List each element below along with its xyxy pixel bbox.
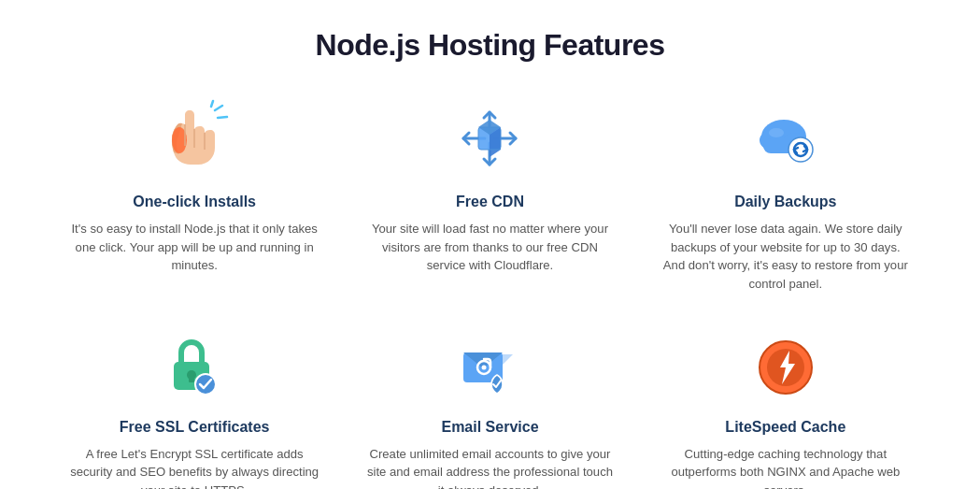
- speed-icon: [744, 322, 828, 406]
- free-cdn-title: Free CDN: [456, 194, 524, 210]
- lock-icon: [152, 322, 236, 406]
- feature-card-email-service: Email Service Create unlimited email acc…: [351, 322, 628, 489]
- feature-card-one-click-installs: One-click Installs It's so easy to insta…: [56, 96, 333, 294]
- features-grid: One-click Installs It's so easy to insta…: [56, 96, 924, 489]
- cloud-icon: [744, 96, 828, 180]
- daily-backups-title: Daily Backups: [734, 194, 836, 210]
- free-ssl-title: Free SSL Certificates: [120, 419, 270, 436]
- svg-line-2: [211, 101, 213, 107]
- feature-card-free-ssl: Free SSL Certificates A free Let's Encry…: [56, 322, 333, 489]
- one-click-installs-title: One-click Installs: [133, 194, 256, 210]
- cdn-icon: [447, 96, 532, 180]
- free-ssl-desc: A free Let's Encrypt SSL certificate add…: [68, 445, 320, 489]
- daily-backups-desc: You'll never lose data again. We store d…: [660, 220, 912, 294]
- hand-icon: [152, 96, 236, 180]
- feature-card-daily-backups: Daily Backups You'll never lose data aga…: [647, 96, 924, 294]
- email-service-title: Email Service: [441, 419, 538, 436]
- litespeed-cache-title: LiteSpeed Cache: [725, 419, 845, 436]
- free-cdn-desc: Your site will load fast no matter where…: [363, 220, 616, 275]
- feature-card-litespeed-cache: LiteSpeed Cache Cutting-edge caching tec…: [647, 322, 924, 489]
- svg-point-17: [788, 137, 813, 162]
- email-service-desc: Create unlimited email accounts to give …: [363, 445, 616, 489]
- litespeed-cache-desc: Cutting-edge caching technology that out…: [660, 445, 912, 489]
- page-title: Node.js Hosting Features: [56, 28, 924, 63]
- one-click-installs-desc: It's so easy to install Node.js that it …: [68, 220, 320, 275]
- svg-line-0: [215, 106, 222, 110]
- feature-card-free-cdn: Free CDN Your site will load fast no mat…: [351, 96, 628, 294]
- svg-rect-20: [189, 375, 194, 382]
- svg-point-24: [482, 365, 487, 369]
- email-icon: [447, 322, 532, 406]
- svg-line-1: [218, 117, 227, 118]
- page-container: Node.js Hosting Features: [0, 0, 980, 489]
- svg-point-16: [769, 128, 784, 137]
